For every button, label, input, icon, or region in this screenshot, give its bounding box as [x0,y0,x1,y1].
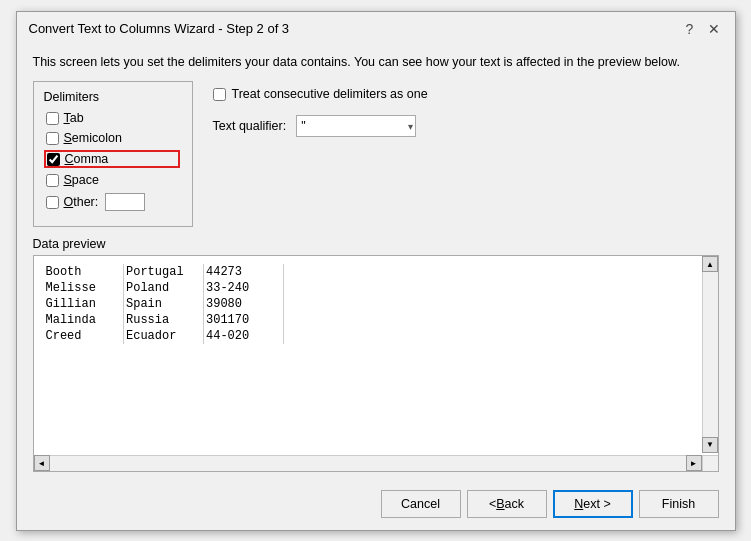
table-cell: 33-240 [204,280,284,296]
data-preview-label: Data preview [33,237,719,251]
table-cell: Booth [44,264,124,280]
back-button[interactable]: < Back [467,490,547,518]
text-qualifier-row: Text qualifier: " ' {none} ▾ [213,115,719,137]
cancel-button[interactable]: Cancel [381,490,461,518]
table-cell: Creed [44,328,124,344]
table-row: CreedEcuador44-020 [44,328,284,344]
delimiter-other-label: Other: [64,195,99,209]
delimiter-tab-checkbox[interactable] [46,112,59,125]
description-text: This screen lets you set the delimiters … [33,54,719,72]
delimiter-comma-label: Comma [65,152,109,166]
data-preview-section: Data preview BoothPortugal44273MelissePo… [33,237,719,472]
scroll-left-btn[interactable]: ◄ [34,455,50,471]
delimiters-legend: Delimiters [44,90,180,104]
scroll-up-btn[interactable]: ▲ [702,256,718,272]
horizontal-scrollbar[interactable]: ◄ ► [34,455,702,471]
table-row: MalindaRussia301170 [44,312,284,328]
close-button[interactable]: ✕ [705,20,723,38]
right-area: Treat consecutive delimiters as one Text… [213,81,719,227]
delimiter-semicolon-checkbox[interactable] [46,132,59,145]
table-row: MelissePoland33-240 [44,280,284,296]
delimiter-other-row: Other: [44,192,180,212]
dialog: Convert Text to Columns Wizard - Step 2 … [16,11,736,531]
vertical-scrollbar[interactable]: ▲ ▼ [702,256,718,453]
table-cell: Gillian [44,296,124,312]
preview-table: BoothPortugal44273MelissePoland33-240Gil… [44,264,285,344]
treat-consecutive-checkbox[interactable] [213,88,226,101]
delimiter-comma-row: Comma [44,150,180,168]
table-cell: 44273 [204,264,284,280]
delimiter-semicolon-row: Semicolon [44,130,180,146]
title-bar: Convert Text to Columns Wizard - Step 2 … [17,12,735,44]
dialog-body: This screen lets you set the delimiters … [17,44,735,482]
table-cell: Poland [124,280,204,296]
table-cell: Spain [124,296,204,312]
scroll-right-btn[interactable]: ► [686,455,702,471]
delimiter-space-label: Space [64,173,99,187]
table-cell: Malinda [44,312,124,328]
table-cell: 44-020 [204,328,284,344]
text-qualifier-wrapper: " ' {none} ▾ [296,115,416,137]
finish-button[interactable]: Finish [639,490,719,518]
table-cell: 301170 [204,312,284,328]
table-cell: Melisse [44,280,124,296]
next-button[interactable]: Next > [553,490,633,518]
delimiter-space-checkbox[interactable] [46,174,59,187]
delimiter-semicolon-label: Semicolon [64,131,122,145]
data-preview-box: BoothPortugal44273MelissePoland33-240Gil… [33,255,719,472]
delimiter-tab-label: Tab [64,111,84,125]
footer-buttons: Cancel < Back Next > Finish [17,482,735,530]
text-qualifier-select[interactable]: " ' {none} [296,115,416,137]
scroll-down-btn[interactable]: ▼ [702,437,718,453]
preview-content[interactable]: BoothPortugal44273MelissePoland33-240Gil… [34,256,718,451]
treat-consecutive-row: Treat consecutive delimiters as one [213,87,719,101]
dialog-title: Convert Text to Columns Wizard - Step 2 … [29,21,290,36]
delimiter-space-row: Space [44,172,180,188]
table-cell: Ecuador [124,328,204,344]
table-row: GillianSpain39080 [44,296,284,312]
delimiter-comma-checkbox[interactable] [47,153,60,166]
main-area: Delimiters Tab Semicolon Comma [33,81,719,227]
table-row: BoothPortugal44273 [44,264,284,280]
title-bar-controls: ? ✕ [681,20,723,38]
table-cell: Russia [124,312,204,328]
table-cell: Portugal [124,264,204,280]
delimiter-tab-row: Tab [44,110,180,126]
delimiter-other-checkbox[interactable] [46,196,59,209]
table-cell: 39080 [204,296,284,312]
scrollbar-corner [702,455,718,471]
delimiters-group: Delimiters Tab Semicolon Comma [33,81,193,227]
text-qualifier-label: Text qualifier: [213,119,287,133]
help-button[interactable]: ? [681,20,699,38]
treat-consecutive-label: Treat consecutive delimiters as one [232,87,428,101]
delimiter-other-input[interactable] [105,193,145,211]
